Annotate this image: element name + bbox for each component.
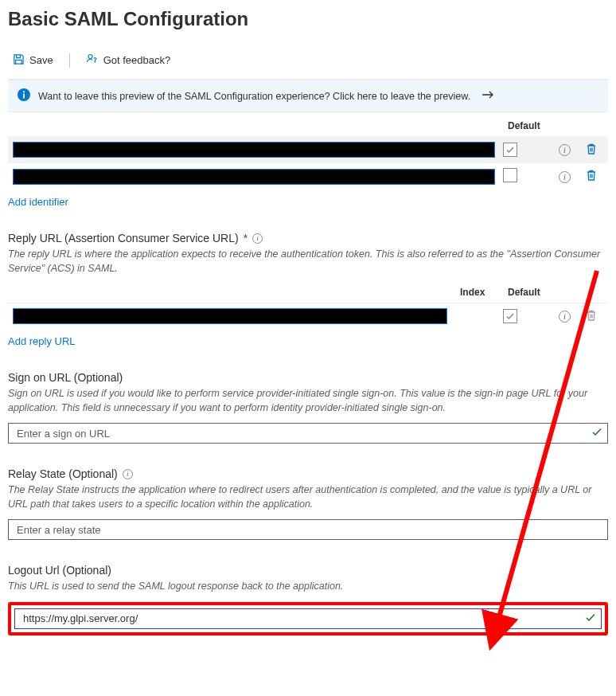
- logout-url-input-wrap: [14, 608, 602, 629]
- column-default: Default: [508, 287, 563, 298]
- info-icon[interactable]: i: [559, 311, 571, 323]
- sign-on-url-help: Sign on URL is used if you would like to…: [8, 387, 608, 415]
- relay-state-label-text: Relay State (Optional): [8, 467, 118, 480]
- relay-state-label: Relay State (Optional) i: [8, 467, 608, 480]
- relay-state-help: The Relay State instructs the applicatio…: [8, 483, 608, 511]
- sign-on-url-input[interactable]: [15, 427, 585, 440]
- logout-url-help: This URL is used to send the SAML logout…: [8, 580, 608, 594]
- toolbar: Save Got feedback?: [8, 46, 608, 80]
- reply-url-table: Index Default i: [8, 283, 608, 329]
- column-default: Default: [508, 120, 563, 131]
- save-label: Save: [29, 54, 53, 66]
- toolbar-separator: [69, 53, 70, 68]
- relay-state-section: Relay State (Optional) i The Relay State…: [8, 467, 608, 540]
- sign-on-url-input-wrap: [8, 423, 608, 444]
- logout-url-input[interactable]: [21, 612, 579, 625]
- identifier-value-redacted[interactable]: [13, 169, 495, 185]
- reply-url-label: Reply URL (Assertion Consumer Service UR…: [8, 232, 608, 244]
- arrow-right-icon: [481, 90, 494, 102]
- relay-state-input[interactable]: [15, 523, 585, 537]
- required-star: *: [244, 232, 248, 244]
- reply-url-value-redacted[interactable]: [13, 308, 447, 324]
- info-icon: [18, 88, 30, 104]
- svg-rect-3: [23, 94, 25, 99]
- identifier-row: i: [8, 162, 608, 190]
- save-icon: [13, 53, 25, 68]
- checkmark-icon: [591, 427, 602, 440]
- info-icon[interactable]: i: [123, 469, 133, 479]
- banner-text: Want to leave this preview of the SAML C…: [38, 91, 470, 102]
- default-checkbox[interactable]: [503, 143, 517, 157]
- save-button[interactable]: Save: [8, 50, 58, 71]
- reply-url-help: The reply URL is where the application e…: [8, 248, 608, 276]
- svg-point-4: [23, 91, 25, 92]
- identifier-header-row: Default: [8, 117, 608, 136]
- info-icon[interactable]: i: [252, 233, 263, 244]
- delete-icon[interactable]: [586, 312, 597, 324]
- default-checkbox[interactable]: [503, 168, 517, 182]
- svg-point-1: [95, 61, 96, 62]
- feedback-icon: [86, 53, 99, 68]
- reply-url-header-row: Index Default: [8, 283, 608, 303]
- feedback-label: Got feedback?: [103, 54, 171, 66]
- sign-on-url-label: Sign on URL (Optional): [8, 371, 608, 384]
- identifier-value-redacted[interactable]: [13, 142, 495, 158]
- reply-url-section: Reply URL (Assertion Consumer Service UR…: [8, 232, 608, 347]
- identifier-table: Default i i: [8, 117, 608, 190]
- info-icon[interactable]: i: [559, 144, 571, 156]
- logout-url-section: Logout Url (Optional) This URL is used t…: [8, 564, 608, 635]
- info-icon[interactable]: i: [559, 171, 571, 183]
- add-identifier-link[interactable]: Add identifier: [8, 196, 68, 208]
- preview-banner[interactable]: Want to leave this preview of the SAML C…: [8, 80, 608, 112]
- delete-icon[interactable]: [586, 146, 597, 158]
- logout-url-label: Logout Url (Optional): [8, 564, 608, 577]
- delete-icon[interactable]: [586, 172, 597, 184]
- checkmark-icon: [585, 612, 596, 625]
- annotation-highlight-box: [8, 602, 608, 635]
- reply-url-label-text: Reply URL (Assertion Consumer Service UR…: [8, 232, 239, 244]
- default-checkbox[interactable]: [503, 309, 517, 323]
- sign-on-url-section: Sign on URL (Optional) Sign on URL is us…: [8, 371, 608, 444]
- reply-url-row: i: [8, 303, 608, 329]
- feedback-button[interactable]: Got feedback?: [81, 49, 176, 71]
- relay-state-input-wrap: [8, 519, 608, 540]
- column-index: Index: [460, 287, 508, 298]
- page-title: Basic SAML Configuration: [8, 8, 608, 30]
- add-reply-url-link[interactable]: Add reply URL: [8, 335, 76, 347]
- svg-point-0: [88, 55, 92, 59]
- identifier-row: i: [8, 136, 608, 162]
